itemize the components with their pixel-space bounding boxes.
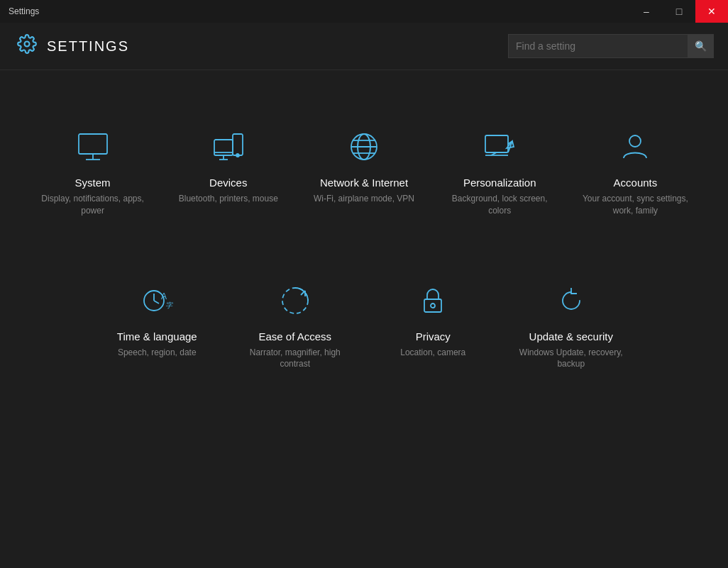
time-desc: Speech, region, date (118, 347, 197, 359)
svg-rect-29 (424, 299, 441, 312)
network-title: Network & Internet (320, 177, 408, 189)
settings-grid-row2: A 字 Time & language Speech, region, date… (92, 267, 636, 385)
ease-icon (277, 281, 314, 321)
svg-rect-15 (485, 135, 508, 152)
close-button[interactable]: ✕ (695, 0, 728, 23)
search-input[interactable] (509, 40, 688, 52)
svg-text:字: 字 (165, 301, 173, 309)
accounts-icon (617, 127, 653, 167)
system-title: System (75, 177, 111, 189)
svg-rect-5 (233, 134, 243, 155)
network-desc: Wi-Fi, airplane mode, VPN (314, 193, 414, 205)
update-icon (553, 281, 590, 321)
devices-desc: Bluetooth, printers, mouse (179, 193, 278, 205)
accounts-title: Accounts (614, 177, 658, 189)
system-icon (75, 127, 111, 167)
privacy-icon (414, 281, 451, 321)
accounts-desc: Your account, sync settings, work, famil… (578, 193, 693, 217)
svg-line-23 (154, 301, 159, 304)
header-title-group: SETTINGS (17, 34, 129, 58)
search-box: 🔍 (508, 34, 714, 58)
settings-item-ease[interactable]: Ease of Access Narrator, magnifier, high… (230, 267, 361, 385)
network-icon (346, 127, 382, 167)
settings-item-personalization[interactable]: Personalization Background, lock screen,… (436, 113, 564, 231)
personalization-title: Personalization (463, 177, 536, 189)
svg-rect-1 (79, 134, 107, 154)
title-bar-title: Settings (9, 6, 39, 16)
svg-text:A: A (161, 291, 167, 301)
settings-item-system[interactable]: System Display, notifications, apps, pow… (28, 113, 157, 231)
title-bar-left: Settings (9, 6, 39, 16)
title-bar: Settings – □ ✕ (0, 0, 728, 23)
settings-item-update[interactable]: Update & security Windows Update, recove… (506, 267, 637, 385)
main-content: System Display, notifications, apps, pow… (0, 70, 728, 568)
devices-title: Devices (209, 177, 247, 189)
svg-point-20 (629, 135, 641, 147)
settings-item-network[interactable]: Network & Internet Wi-Fi, airplane mode,… (299, 113, 428, 231)
settings-item-devices[interactable]: Devices Bluetooth, printers, mouse (164, 113, 292, 231)
svg-point-0 (25, 42, 30, 47)
ease-title: Ease of Access (258, 330, 331, 343)
settings-grid-row1: System Display, notifications, apps, pow… (28, 113, 700, 231)
maximize-button[interactable]: □ (663, 0, 695, 23)
ease-desc: Narrator, magnifier, high contrast (237, 347, 354, 371)
personalization-desc: Background, lock screen, colors (443, 193, 557, 217)
search-button[interactable]: 🔍 (688, 34, 713, 58)
privacy-desc: Location, camera (400, 347, 465, 359)
settings-item-time[interactable]: A 字 Time & language Speech, region, date (92, 267, 223, 385)
time-title: Time & language (117, 330, 197, 343)
title-bar-controls: – □ ✕ (630, 0, 728, 23)
personalization-icon (481, 127, 518, 167)
time-icon: A 字 (138, 281, 175, 321)
privacy-title: Privacy (416, 330, 451, 343)
header: SETTINGS 🔍 (0, 23, 728, 70)
update-title: Update & security (529, 330, 613, 343)
svg-point-30 (431, 304, 435, 308)
settings-gear-icon (17, 34, 37, 58)
system-desc: Display, notifications, apps, power (35, 193, 150, 217)
update-desc: Windows Update, recovery, backup (513, 347, 630, 371)
settings-item-privacy[interactable]: Privacy Location, camera (368, 267, 499, 385)
devices-icon (210, 127, 247, 167)
settings-item-accounts[interactable]: Accounts Your account, sync settings, wo… (571, 113, 700, 231)
minimize-button[interactable]: – (630, 0, 663, 23)
page-title: SETTINGS (47, 38, 129, 55)
